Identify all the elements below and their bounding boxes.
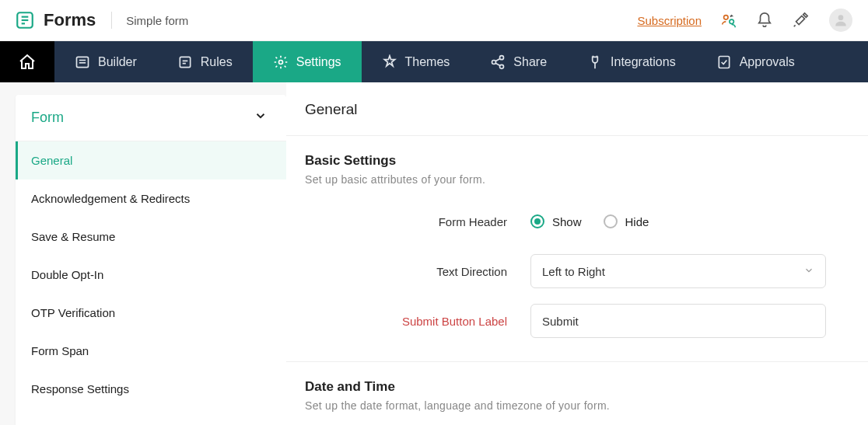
section-desc: Set up the date format, language and tim… bbox=[305, 399, 849, 412]
field-submit-label: Submit Button Label bbox=[286, 296, 868, 346]
main-panel: General Basic Settings Set up basic attr… bbox=[286, 82, 868, 425]
sidebar-item-label: Form Span bbox=[31, 344, 89, 357]
nav-tabs: Builder Rules Settings Themes Share Inte… bbox=[0, 41, 868, 82]
sidebar-item-double-opt-in[interactable]: Double Opt-In bbox=[16, 256, 286, 294]
tab-share[interactable]: Share bbox=[470, 41, 567, 82]
section-title: Date and Time bbox=[305, 379, 849, 395]
brand-name: Forms bbox=[44, 10, 96, 30]
field-form-header: Form Header Show Hide bbox=[286, 197, 868, 246]
section-basic: Basic Settings Set up basic attributes o… bbox=[286, 136, 868, 197]
svg-point-14 bbox=[500, 64, 504, 68]
radio-hide[interactable]: Hide bbox=[604, 214, 649, 228]
radio-label: Hide bbox=[625, 215, 649, 228]
field-label: Submit Button Label bbox=[305, 315, 530, 328]
bell-icon[interactable] bbox=[754, 10, 775, 30]
tab-label: Settings bbox=[296, 55, 341, 69]
submit-label-input[interactable] bbox=[530, 304, 826, 338]
sidebar-item-save-resume[interactable]: Save & Resume bbox=[16, 218, 286, 256]
tab-label: Integrations bbox=[611, 55, 676, 69]
svg-rect-10 bbox=[180, 57, 190, 67]
sidebar-item-label: OTP Verification bbox=[31, 306, 115, 319]
chevron-down-icon bbox=[803, 265, 814, 278]
sidebar-item-response[interactable]: Response Settings bbox=[16, 370, 286, 408]
settings-sidebar: Form General Acknowledgement & Redirects… bbox=[16, 95, 286, 425]
forms-logo-icon bbox=[14, 9, 36, 31]
brand: Forms bbox=[14, 9, 96, 31]
select-value: Left to Right bbox=[542, 265, 605, 278]
sidebar-item-general[interactable]: General bbox=[16, 141, 286, 179]
radio-label: Show bbox=[552, 215, 582, 228]
radio-show[interactable]: Show bbox=[530, 214, 582, 228]
sidebar-item-ack-redirects[interactable]: Acknowledgement & Redirects bbox=[16, 179, 286, 218]
svg-point-12 bbox=[500, 55, 504, 59]
subscription-link[interactable]: Subscription bbox=[637, 14, 702, 27]
tab-label: Builder bbox=[98, 55, 137, 69]
form-title: Simple form bbox=[126, 14, 188, 27]
tab-builder[interactable]: Builder bbox=[54, 41, 157, 82]
sidebar-item-label: Acknowledgement & Redirects bbox=[31, 192, 190, 205]
section-datetime: Date and Time Set up the date format, la… bbox=[286, 362, 868, 423]
svg-line-15 bbox=[495, 58, 500, 61]
svg-point-6 bbox=[838, 15, 844, 20]
tab-rules[interactable]: Rules bbox=[157, 41, 253, 82]
sidebar-item-label: Save & Resume bbox=[31, 230, 115, 243]
svg-point-4 bbox=[724, 16, 729, 19]
sidebar-group-form[interactable]: Form bbox=[16, 95, 286, 141]
section-desc: Set up basic attributes of your form. bbox=[305, 173, 849, 186]
tab-label: Share bbox=[513, 55, 547, 69]
sidebar-item-label: General bbox=[31, 154, 72, 167]
text-direction-select[interactable]: Left to Right bbox=[530, 254, 826, 288]
field-label: Form Header bbox=[305, 215, 530, 228]
user-swap-icon[interactable] bbox=[719, 10, 739, 30]
sidebar-item-label: Response Settings bbox=[31, 382, 129, 395]
sidebar-item-form-span[interactable]: Form Span bbox=[16, 332, 286, 370]
field-label: Text Direction bbox=[305, 265, 530, 278]
tab-themes[interactable]: Themes bbox=[362, 41, 471, 82]
radio-icon bbox=[530, 214, 544, 228]
topbar: Forms Simple form Subscription bbox=[0, 0, 868, 41]
sidebar-item-label: Double Opt-In bbox=[31, 268, 103, 281]
radio-icon bbox=[604, 214, 618, 228]
tab-label: Approvals bbox=[740, 55, 795, 69]
section-title: Basic Settings bbox=[305, 153, 849, 169]
tab-label: Themes bbox=[405, 55, 450, 69]
svg-point-13 bbox=[492, 60, 496, 64]
tab-approvals[interactable]: Approvals bbox=[696, 41, 815, 82]
svg-rect-20 bbox=[719, 56, 729, 68]
home-tab[interactable] bbox=[0, 41, 54, 82]
svg-point-5 bbox=[730, 19, 734, 24]
avatar[interactable] bbox=[829, 9, 852, 32]
svg-line-16 bbox=[495, 63, 500, 65]
sidebar-item-otp[interactable]: OTP Verification bbox=[16, 294, 286, 332]
tab-label: Rules bbox=[201, 55, 233, 69]
field-text-direction: Text Direction Left to Right bbox=[286, 246, 868, 296]
tab-settings[interactable]: Settings bbox=[253, 41, 362, 82]
chevron-down-icon bbox=[254, 109, 268, 127]
brand-divider bbox=[111, 12, 112, 29]
page-title: General bbox=[286, 82, 868, 136]
tab-integrations[interactable]: Integrations bbox=[567, 41, 696, 82]
svg-point-11 bbox=[278, 60, 282, 64]
sidebar-group-label: Form bbox=[31, 110, 64, 126]
tools-icon[interactable] bbox=[790, 10, 810, 30]
